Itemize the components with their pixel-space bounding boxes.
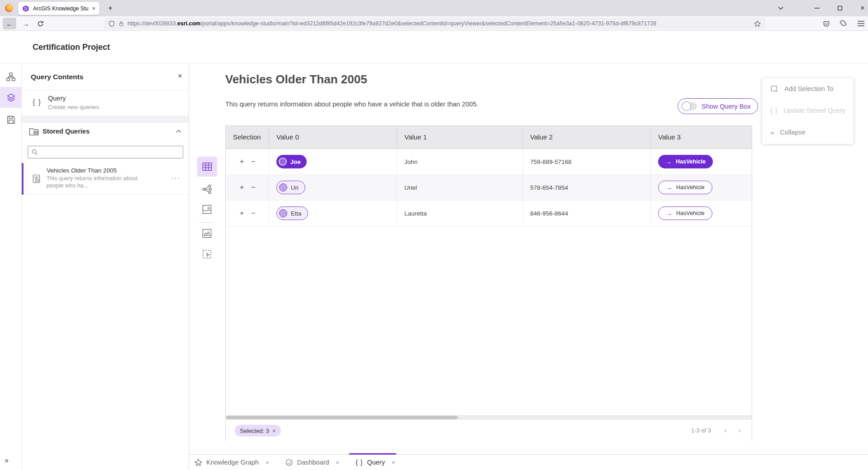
stored-query-doc-icon bbox=[33, 174, 40, 183]
tool-map[interactable] bbox=[201, 203, 213, 215]
tab-query[interactable]: { } Query × bbox=[356, 459, 395, 466]
relationship-pill[interactable]: →HasVehicle bbox=[658, 181, 712, 194]
tab-close-icon[interactable]: × bbox=[92, 5, 95, 12]
left-rail bbox=[0, 63, 22, 470]
table-footer: Selected: 3 × 1-3 of 3 ‹ › bbox=[226, 420, 752, 441]
add-selection-button[interactable]: + bbox=[240, 158, 244, 166]
firefox-logo-icon[interactable] bbox=[5, 4, 13, 12]
remove-selection-button[interactable]: − bbox=[251, 183, 255, 192]
window-maximize-icon[interactable] bbox=[834, 3, 846, 14]
stored-queries-search-input[interactable] bbox=[41, 149, 179, 156]
relationship-cell: →HasVehicle bbox=[651, 149, 752, 174]
relationship-pill[interactable]: →HasVehicle bbox=[658, 206, 712, 220]
list-tabs-icon[interactable] bbox=[774, 3, 787, 14]
prev-page-icon[interactable]: ‹ bbox=[724, 420, 727, 441]
remove-selection-button[interactable]: − bbox=[251, 209, 255, 217]
search-icon bbox=[32, 149, 38, 155]
browser-tab[interactable]: ArcGIS Knowledge Studio × bbox=[18, 2, 100, 15]
forward-button[interactable]: → bbox=[20, 18, 32, 29]
sidebar-item-data-model[interactable] bbox=[0, 67, 22, 87]
menu-item-collapse[interactable]: » Collapse bbox=[762, 121, 854, 143]
tab-close-icon[interactable]: × bbox=[266, 459, 269, 466]
active-tab-indicator bbox=[349, 453, 396, 455]
reload-button[interactable] bbox=[34, 18, 46, 29]
column-header[interactable]: Value 3 bbox=[651, 126, 752, 149]
relationship-cell: →HasVehicle bbox=[651, 175, 752, 200]
tab-label: Query bbox=[367, 459, 385, 466]
sitemap-icon bbox=[6, 72, 15, 82]
expand-rail-button[interactable]: » bbox=[5, 456, 9, 465]
column-header[interactable]: Value 2 bbox=[523, 126, 651, 149]
relationship-pill[interactable]: →HasVehicle bbox=[658, 155, 713, 168]
horizontal-scrollbar[interactable] bbox=[226, 415, 752, 420]
sidebar-item-save[interactable] bbox=[0, 110, 22, 129]
pocket-icon[interactable] bbox=[821, 18, 832, 29]
url-bar[interactable]: https://dev0028833.esri.com/portal/apps/… bbox=[104, 18, 765, 29]
tab-close-icon[interactable]: × bbox=[336, 459, 340, 466]
toggle-switch[interactable] bbox=[683, 103, 697, 110]
relationship-cell: →HasVehicle bbox=[651, 201, 752, 226]
window-minimize-icon[interactable] bbox=[811, 3, 823, 14]
stored-query-desc-line1: This query returns information about bbox=[47, 175, 138, 182]
arrow-right-icon: → bbox=[666, 184, 672, 191]
chevrons-right-icon: » bbox=[770, 129, 774, 136]
show-query-box-toggle[interactable]: Show Query Box bbox=[678, 98, 758, 114]
sidebar-item-contents[interactable] bbox=[0, 87, 22, 108]
query-create-item[interactable]: { } Query Create new queries bbox=[22, 90, 189, 116]
new-tab-button[interactable]: + bbox=[104, 2, 116, 14]
tool-add-to-map[interactable] bbox=[201, 227, 213, 239]
chevron-up-icon[interactable] bbox=[176, 129, 181, 133]
stored-queries-search[interactable] bbox=[28, 146, 183, 158]
clear-selection-icon[interactable]: × bbox=[272, 427, 276, 434]
column-header[interactable]: Selection bbox=[226, 126, 269, 149]
shield-icon[interactable] bbox=[109, 20, 115, 27]
arrow-right-icon: → bbox=[665, 158, 672, 165]
bookmark-star-icon[interactable] bbox=[754, 20, 761, 27]
map-icon bbox=[202, 205, 212, 214]
next-page-icon[interactable]: › bbox=[738, 420, 741, 441]
stored-queries-title: Stored Queries bbox=[43, 128, 90, 135]
value-cell: 759-889-57168 bbox=[523, 149, 651, 174]
tab-close-icon[interactable]: × bbox=[392, 459, 395, 466]
tool-table-view[interactable] bbox=[197, 157, 217, 177]
page-description: This query returns information about peo… bbox=[225, 101, 478, 108]
stored-query-title: Vehicles Older Than 2005 bbox=[47, 167, 117, 174]
menu-item-add-selection-to[interactable]: Add Selection To bbox=[762, 78, 854, 100]
lock-icon[interactable] bbox=[119, 20, 124, 27]
entity-pill[interactable]: Etta bbox=[276, 206, 308, 220]
back-button[interactable]: ← bbox=[3, 18, 16, 29]
results-table: Selection Value 0 Value 1 Value 2 Value … bbox=[225, 125, 752, 441]
add-selection-button[interactable]: + bbox=[240, 209, 244, 217]
query-contents-panel: Query Contents × { } Query Create new qu… bbox=[22, 63, 189, 470]
item-options-icon[interactable]: ··· bbox=[171, 174, 180, 182]
column-header[interactable]: Value 0 bbox=[269, 126, 397, 149]
options-context-menu: Add Selection To { } Update Stored Query… bbox=[762, 78, 854, 144]
entity-pill[interactable]: Joe bbox=[276, 155, 307, 168]
panel-title: Query Contents bbox=[31, 63, 83, 90]
arrow-right-icon: → bbox=[666, 210, 672, 217]
braces-icon: { } bbox=[356, 459, 363, 466]
menu-icon[interactable] bbox=[855, 18, 867, 29]
value-cell: Uriel bbox=[397, 175, 523, 200]
table-row: + − Uri Uriel 578-654-7854 →HasVehicle bbox=[226, 175, 752, 201]
entity-dot-icon bbox=[279, 183, 287, 192]
remove-selection-button[interactable]: − bbox=[251, 158, 255, 166]
stored-query-list-item[interactable]: Vehicles Older Than 2005 This query retu… bbox=[22, 163, 189, 195]
entity-pill[interactable]: Uri bbox=[276, 181, 305, 194]
toolbar-divider bbox=[199, 222, 213, 223]
tab-knowledge-graph[interactable]: Knowledge Graph × bbox=[194, 459, 269, 466]
stored-queries-header[interactable]: Stored Queries bbox=[22, 123, 189, 141]
app-tab-icon bbox=[22, 5, 29, 12]
entity-dot-icon bbox=[279, 158, 287, 166]
window-close-icon[interactable]: × bbox=[856, 3, 868, 14]
tool-link-chart[interactable] bbox=[201, 183, 213, 195]
column-header[interactable]: Value 1 bbox=[397, 126, 523, 149]
extensions-icon[interactable] bbox=[838, 18, 849, 29]
selected-count-chip[interactable]: Selected: 3 × bbox=[235, 425, 281, 436]
panel-close-icon[interactable]: × bbox=[178, 72, 182, 81]
tab-dashboard[interactable]: Dashboard × bbox=[285, 459, 340, 466]
value-cell: 846-956-8644 bbox=[523, 201, 651, 226]
scrollbar-thumb[interactable] bbox=[226, 416, 458, 419]
add-selection-button[interactable]: + bbox=[240, 183, 244, 192]
tool-selection[interactable] bbox=[201, 248, 213, 260]
